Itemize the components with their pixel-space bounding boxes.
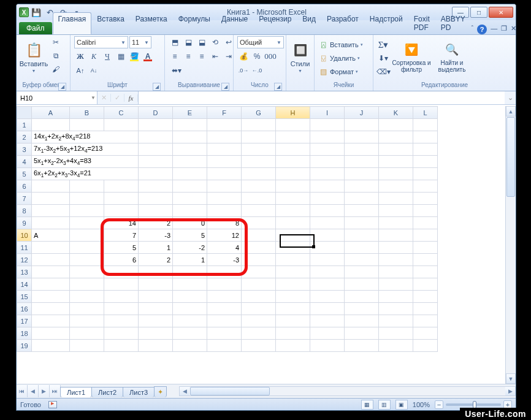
cell[interactable] bbox=[379, 217, 413, 229]
cell[interactable] bbox=[413, 205, 438, 217]
cell[interactable] bbox=[379, 119, 413, 131]
cell[interactable] bbox=[310, 131, 345, 143]
zoom-slider[interactable] bbox=[446, 403, 501, 406]
row-header[interactable]: 13 bbox=[17, 266, 32, 278]
cell[interactable] bbox=[242, 205, 276, 217]
cell[interactable] bbox=[310, 193, 345, 205]
merge-center-icon[interactable]: ⬌▾ bbox=[169, 64, 185, 77]
cell[interactable] bbox=[32, 340, 70, 352]
col-header[interactable]: K bbox=[379, 107, 413, 119]
cell[interactable] bbox=[242, 291, 276, 303]
cell[interactable] bbox=[276, 229, 310, 242]
cell[interactable] bbox=[379, 266, 413, 278]
cell[interactable] bbox=[276, 180, 310, 193]
cell[interactable] bbox=[104, 340, 139, 352]
cell[interactable]: 5x1+x2-2x3+4x4=83 bbox=[32, 156, 139, 168]
cell[interactable] bbox=[70, 229, 104, 242]
cell[interactable]: 12 bbox=[207, 229, 242, 242]
tab-разметка[interactable]: Разметка bbox=[130, 12, 173, 34]
cell[interactable]: 6 bbox=[104, 254, 139, 266]
cell[interactable] bbox=[70, 180, 104, 193]
cell[interactable] bbox=[345, 156, 379, 168]
decrease-indent-icon[interactable]: ⇤ bbox=[209, 50, 221, 63]
cell[interactable] bbox=[32, 180, 70, 193]
cell[interactable] bbox=[104, 291, 139, 303]
maximize-button[interactable]: □ bbox=[470, 7, 487, 18]
help-icon[interactable]: ? bbox=[477, 25, 487, 34]
cell[interactable] bbox=[276, 303, 310, 315]
clipboard-launcher-icon[interactable]: ◢ bbox=[58, 83, 66, 91]
cell[interactable] bbox=[413, 278, 438, 291]
cell[interactable] bbox=[276, 315, 310, 327]
tab-формулы[interactable]: Формулы bbox=[173, 12, 216, 34]
cell[interactable] bbox=[413, 119, 438, 131]
cell[interactable] bbox=[139, 291, 173, 303]
tab-вид[interactable]: Вид bbox=[297, 12, 321, 34]
decrease-font-icon[interactable]: A↓ bbox=[88, 64, 100, 77]
cell[interactable]: 5 bbox=[173, 229, 207, 242]
formula-input[interactable] bbox=[138, 91, 505, 104]
row-header[interactable]: 5 bbox=[17, 168, 32, 180]
cell[interactable] bbox=[276, 193, 310, 205]
cell[interactable] bbox=[345, 303, 379, 315]
cell[interactable] bbox=[70, 217, 104, 229]
cell[interactable] bbox=[173, 131, 207, 143]
col-header[interactable]: F bbox=[207, 107, 242, 119]
cell[interactable] bbox=[413, 315, 438, 327]
cell[interactable] bbox=[345, 119, 379, 131]
clear-icon[interactable]: ⌫▾ bbox=[377, 66, 389, 78]
sheet-tab[interactable]: Лист3 bbox=[123, 387, 155, 397]
alignment-launcher-icon[interactable]: ◢ bbox=[221, 83, 229, 91]
cell[interactable] bbox=[139, 266, 173, 278]
cell[interactable] bbox=[310, 315, 345, 327]
row-header[interactable]: 15 bbox=[17, 291, 32, 303]
cell[interactable] bbox=[345, 340, 379, 352]
row-header[interactable]: 4 bbox=[17, 156, 32, 168]
align-center-icon[interactable]: ≡ bbox=[182, 50, 194, 63]
row-header[interactable]: 17 bbox=[17, 315, 32, 327]
view-page-layout-icon[interactable]: ▥ bbox=[378, 400, 391, 410]
cell[interactable] bbox=[139, 340, 173, 352]
cell[interactable] bbox=[276, 119, 310, 131]
cell[interactable] bbox=[70, 205, 104, 217]
cell[interactable] bbox=[104, 193, 139, 205]
cell[interactable] bbox=[70, 254, 104, 266]
cell[interactable] bbox=[345, 291, 379, 303]
cell[interactable] bbox=[32, 119, 70, 131]
cell[interactable]: 7 bbox=[104, 229, 139, 242]
cell[interactable] bbox=[173, 278, 207, 291]
scroll-thumb[interactable] bbox=[190, 387, 270, 395]
cell[interactable] bbox=[345, 180, 379, 193]
cell[interactable] bbox=[242, 327, 276, 340]
cell[interactable] bbox=[139, 278, 173, 291]
cell[interactable] bbox=[173, 266, 207, 278]
cell[interactable] bbox=[379, 205, 413, 217]
cell[interactable] bbox=[173, 156, 207, 168]
cell[interactable] bbox=[345, 205, 379, 217]
cell[interactable] bbox=[70, 291, 104, 303]
copy-icon[interactable]: ⧉ bbox=[50, 50, 62, 62]
macro-record-icon[interactable] bbox=[48, 401, 57, 408]
cell[interactable] bbox=[379, 340, 413, 352]
cell[interactable] bbox=[139, 303, 173, 315]
row-header[interactable]: 14 bbox=[17, 278, 32, 291]
cell[interactable] bbox=[276, 217, 310, 229]
currency-icon[interactable]: 💰 bbox=[237, 50, 250, 63]
scroll-left-icon[interactable]: ◀ bbox=[180, 387, 189, 395]
cell[interactable] bbox=[139, 119, 173, 131]
cell[interactable] bbox=[379, 291, 413, 303]
row-header[interactable]: 7 bbox=[17, 193, 32, 205]
increase-decimal-icon[interactable]: .0→ bbox=[237, 64, 250, 77]
format-cells-button[interactable]: ▤Формат ▾ bbox=[318, 66, 358, 78]
cell[interactable] bbox=[242, 180, 276, 193]
sheet-tab[interactable]: Лист2 bbox=[91, 387, 123, 397]
tab-надстрой[interactable]: Надстрой bbox=[364, 12, 408, 34]
cell[interactable] bbox=[173, 168, 207, 180]
cell[interactable] bbox=[207, 119, 242, 131]
cell[interactable] bbox=[207, 205, 242, 217]
cell[interactable] bbox=[310, 217, 345, 229]
cell[interactable] bbox=[207, 303, 242, 315]
cell[interactable] bbox=[70, 303, 104, 315]
cell[interactable] bbox=[242, 143, 276, 156]
cell[interactable] bbox=[104, 278, 139, 291]
